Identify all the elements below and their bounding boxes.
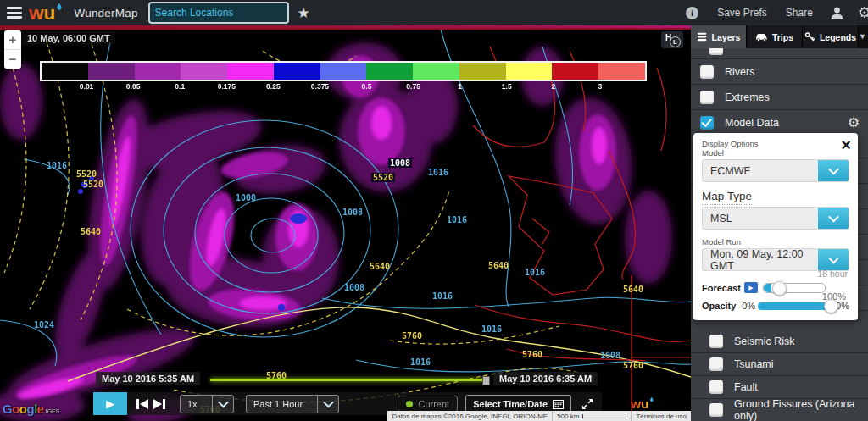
current-indicator-dot bbox=[406, 401, 413, 407]
map-contour-label: 1016 bbox=[432, 291, 453, 301]
time-range-dropdown[interactable]: Past 1 Hour bbox=[246, 395, 339, 413]
skip-forward-button[interactable] bbox=[153, 398, 166, 410]
checkbox-tsunami[interactable] bbox=[709, 357, 723, 371]
zoom-out-button[interactable]: − bbox=[4, 50, 21, 69]
forecast-slider[interactable] bbox=[763, 283, 826, 293]
opacity-slider[interactable] bbox=[758, 302, 832, 310]
save-prefs-button[interactable]: Save Prefs bbox=[717, 7, 767, 19]
scale-bar bbox=[582, 414, 626, 418]
layer-row-model-data[interactable]: Model Data⚙ bbox=[691, 110, 868, 136]
legend-swatch bbox=[42, 63, 88, 80]
layers-icon bbox=[697, 31, 708, 42]
gear-icon[interactable]: ⚙ bbox=[848, 114, 860, 130]
skip-back-button[interactable] bbox=[136, 398, 149, 410]
timeline-start-label: May 10 2016 5:35 AM bbox=[96, 372, 200, 385]
terms-link[interactable]: Términos de uso bbox=[631, 411, 691, 421]
zoom-in-button[interactable]: + bbox=[4, 30, 21, 50]
current-button[interactable]: Current bbox=[398, 396, 458, 412]
google-logo: GoogleIGES bbox=[3, 402, 59, 416]
play-button[interactable]: ▶ bbox=[93, 392, 127, 415]
legend-swatch bbox=[181, 63, 227, 80]
tab-trips[interactable]: Trips bbox=[747, 25, 803, 48]
map-contour-label: 5520 bbox=[76, 169, 97, 179]
legend-tick-label: 0.25 bbox=[266, 82, 281, 91]
map-contour-label: 1016 bbox=[525, 268, 545, 277]
tab-legends[interactable]: Legends bbox=[803, 25, 859, 48]
sidebar-collapse-caret[interactable]: ▼ bbox=[859, 32, 866, 41]
legend-swatch bbox=[320, 63, 367, 80]
layer-label: Fault bbox=[734, 381, 758, 393]
checkbox-partial[interactable] bbox=[709, 48, 723, 55]
timeline-progress[interactable] bbox=[210, 379, 484, 381]
map-contour-label: 1016 bbox=[410, 357, 431, 367]
forecast-play-button[interactable]: ▶ bbox=[744, 282, 758, 293]
forecast-slider-handle[interactable] bbox=[772, 281, 787, 296]
model-label: Model bbox=[702, 148, 849, 158]
favorite-star-icon[interactable]: ★ bbox=[298, 4, 310, 22]
svg-text:wu: wu bbox=[29, 3, 55, 23]
time-range-value: Past 1 Hour bbox=[247, 399, 317, 409]
model-select[interactable]: ECMWF bbox=[702, 159, 849, 182]
layer-row-extremes[interactable]: Extremes bbox=[691, 85, 868, 110]
legend-tick-label: 2 bbox=[551, 82, 555, 91]
share-button[interactable]: Share bbox=[786, 7, 813, 19]
weather-map[interactable]: 1016552055205640102410005520100810161008… bbox=[0, 25, 691, 421]
checkbox-rivers[interactable] bbox=[700, 65, 714, 79]
svg-text:wu: wu bbox=[631, 396, 649, 411]
info-icon[interactable]: i bbox=[686, 7, 698, 19]
scale-label: 500 km bbox=[557, 413, 579, 420]
search-input[interactable] bbox=[150, 7, 289, 19]
layer-row-fault[interactable]: Fault bbox=[691, 376, 868, 399]
opacity-label: Opacity bbox=[702, 301, 742, 311]
legend-label-row: 0.010.050.10.1750.250.3750.50.7511.523 bbox=[40, 81, 647, 91]
model-run-select[interactable]: Mon, 09 May, 12:00 GMT bbox=[702, 248, 849, 271]
map-contour-label: 5640 bbox=[623, 285, 643, 294]
zoom-control[interactable]: + − bbox=[4, 30, 21, 69]
legend-swatch bbox=[366, 63, 413, 80]
legend-tick-label: 0.175 bbox=[218, 82, 236, 91]
timeline-handle[interactable] bbox=[482, 376, 490, 385]
map-type-select[interactable]: MSL bbox=[702, 207, 849, 230]
wu-logo[interactable]: wu bbox=[29, 3, 66, 23]
attribution-text: Datos de mapas ©2016 Google, INEGI, ORIO… bbox=[387, 411, 552, 421]
animation-timeline[interactable]: May 10 2016 5:35 AM May 10 2016 6:35 AM bbox=[0, 371, 691, 388]
layer-row-rivers[interactable]: Rivers bbox=[691, 59, 868, 85]
legend-tick-label: 3 bbox=[598, 82, 603, 91]
close-icon[interactable]: × bbox=[841, 136, 851, 153]
speed-dropdown[interactable]: 1x bbox=[180, 395, 234, 413]
layer-row-ground-fissures-arizona-only[interactable]: Ground Fissures (Arizona only) bbox=[691, 399, 868, 421]
opacity-slider-handle[interactable] bbox=[824, 299, 838, 313]
chevron-down-icon[interactable] bbox=[818, 249, 849, 270]
settings-gear-icon[interactable]: ⚙ bbox=[858, 3, 868, 22]
map-contour-label: 1016 bbox=[447, 215, 467, 224]
tab-label: Trips bbox=[772, 32, 793, 42]
legend-swatch bbox=[598, 63, 645, 80]
top-bar: wu WunderMap ★ i Save Prefs Share ⚙ bbox=[0, 0, 868, 25]
fullscreen-icon[interactable] bbox=[581, 398, 593, 410]
checkbox-model-data[interactable] bbox=[700, 116, 714, 130]
wu-watermark: wu bbox=[631, 396, 656, 411]
layer-row-tsunami[interactable]: Tsunami bbox=[691, 353, 868, 376]
tab-label: Layers bbox=[712, 32, 741, 42]
checkbox-extremes[interactable] bbox=[700, 91, 714, 104]
legend-tick-label: 0.375 bbox=[311, 82, 329, 91]
chevron-down-icon[interactable] bbox=[818, 208, 849, 229]
layer-row-seismic-risk[interactable]: Seismic Risk bbox=[691, 330, 868, 353]
checkbox-seismic-risk[interactable] bbox=[709, 335, 723, 348]
map-type-value: MSL bbox=[703, 208, 818, 229]
chevron-down-icon bbox=[317, 396, 338, 413]
car-icon bbox=[755, 33, 768, 42]
forecast-label: Forecast bbox=[702, 283, 744, 293]
highs-lows-button[interactable]: H L bbox=[661, 31, 683, 48]
search-box[interactable] bbox=[148, 2, 289, 24]
tab-layers[interactable]: Layers bbox=[691, 25, 747, 48]
checkbox-ground-fissures-arizona-only[interactable] bbox=[709, 403, 723, 417]
legend-tick-label: 1.5 bbox=[502, 82, 512, 91]
menu-icon[interactable] bbox=[7, 4, 22, 21]
account-icon[interactable] bbox=[830, 6, 844, 20]
low-label: L bbox=[670, 36, 681, 47]
checkbox-fault[interactable] bbox=[709, 380, 723, 394]
map-contour-label: 1008 bbox=[344, 283, 364, 292]
layer-row-partial[interactable] bbox=[691, 48, 868, 59]
chevron-down-icon[interactable] bbox=[818, 160, 849, 181]
